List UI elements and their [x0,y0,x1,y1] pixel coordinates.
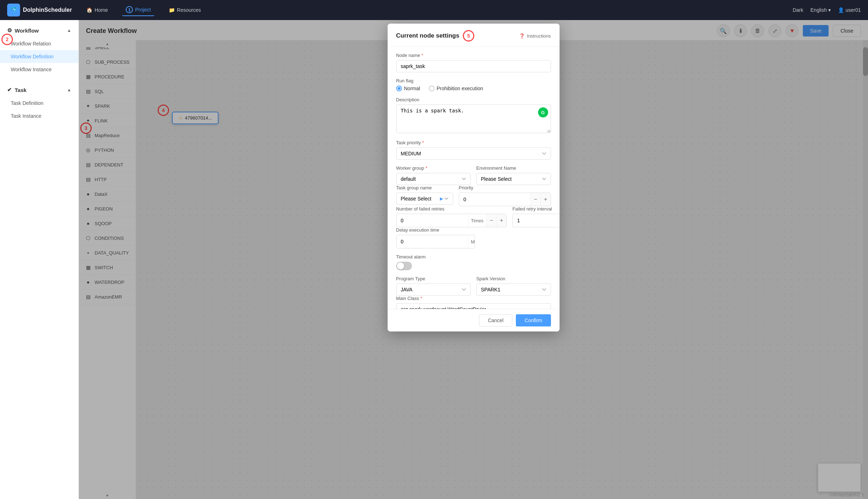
main-class-label: Main Class * [396,296,551,301]
run-flag-label: Run flag [396,78,551,83]
task-collapse-icon: ▲ [67,87,71,92]
priority-col: Priority − + [459,185,551,206]
priority-decrease-button[interactable]: − [531,193,541,206]
radio-prohibition-circle[interactable] [429,86,435,91]
retries-increase-button[interactable]: + [496,214,506,227]
retries-decrease-button[interactable]: − [486,214,496,227]
sidebar-workflow-section: ⚙ Workflow ▲ 2 Workflow Relation Workflo… [0,20,78,79]
nav-right-section: Dark English ▾ 👤 user01 [793,7,861,13]
annotation-circle-2: 2 [1,34,13,45]
task-priority-group: Task priority * MEDIUM [396,140,551,160]
top-navigation: 🐬 DolphinScheduler 🏠 Home 1 Project 📁 Re… [0,0,868,20]
sidebar-item-workflow-instance[interactable]: Workflow Instance [0,63,78,76]
sidebar-task-group[interactable]: ✔ Task ▲ [0,83,78,97]
modal-title: Current node settings [396,32,460,39]
failed-retries-value[interactable] [397,215,468,226]
sidebar-workflow-group[interactable]: ⚙ Workflow ▲ [0,24,78,37]
environment-name-col: Environment Name Please Select [476,165,551,185]
modal-footer: Cancel Confirm [388,309,560,331]
app-name: DolphinScheduler [23,7,72,13]
spark-version-select[interactable]: SPARK1 [476,284,551,296]
priority-value[interactable] [459,194,531,205]
run-flag-radio-group: Normal Prohibition execution [396,86,551,91]
node-name-input[interactable] [396,60,551,72]
user-menu[interactable]: 👤 user01 [838,7,861,13]
delay-execution-label: Delay execution time [396,227,551,233]
task-group-icon: ✔ [7,87,12,93]
environment-name-select[interactable]: Please Select [476,173,551,185]
radio-normal-circle[interactable] [396,86,402,91]
retry-interval-input: Minute − + [512,214,559,227]
delay-execution-unit: Minute [468,236,475,247]
task-group-name-select[interactable]: Please Select [396,193,453,205]
program-type-select[interactable]: JAVA [396,284,471,296]
logo-icon: 🐬 [7,4,20,16]
sidebar-item-workflow-definition[interactable]: Workflow Definition [0,50,78,63]
app-logo[interactable]: 🐬 DolphinScheduler [7,4,72,16]
cancel-button[interactable]: Cancel [479,314,513,326]
main-class-group: Main Class * [396,296,551,309]
timeout-alarm-group: Timeout alarm [396,254,551,270]
environment-name-label: Environment Name [476,165,551,171]
retry-interval-col: Failed retry interval Minute − + [512,206,559,227]
sidebar-item-task-definition[interactable]: Task Definition [0,97,78,110]
description-group: Description This is a spark task. G ⌟ [396,97,551,134]
task-group-name-label: Task group name [396,185,453,190]
task-priority-select[interactable]: MEDIUM [396,147,551,160]
sidebar-item-task-instance[interactable]: Task Instance [0,110,78,122]
description-avatar: G [538,107,548,117]
main-class-input[interactable] [396,303,551,309]
main-content: Create Workflow 🔍 ⬇ 🗑 ⤢ 🔻 Save Close ▲ 3… [79,20,868,499]
home-icon: 🏠 [86,7,92,13]
delay-execution-value[interactable] [397,236,468,247]
worker-group-select[interactable]: default [396,173,471,185]
resize-handle-icon[interactable]: ⌟ [546,125,549,133]
nav-home[interactable]: 🏠 Home [83,5,111,15]
delay-execution-group: Delay execution time Minute − + [396,227,551,248]
nav-project[interactable]: 1 Project [122,4,154,16]
priority-input: − + [459,193,551,206]
toggle-knob [397,262,404,270]
priority-label: Priority [459,185,551,190]
node-name-label: Node name * [396,53,551,58]
workflow-icon: ⚙ [7,27,12,34]
node-name-group: Node name * [396,53,551,72]
description-wrapper: This is a spark task. G ⌟ [396,105,551,134]
language-selector[interactable]: English ▾ [810,7,831,13]
resources-icon: 📁 [169,7,175,13]
task-group-priority-row: Task group name Please Select ▶ Priority [396,185,551,206]
task-priority-label: Task priority * [396,140,551,145]
modal-overlay: Current node settings 5 ❓ Instructions N… [79,20,868,499]
timeout-alarm-toggle[interactable] [396,262,412,270]
failed-retries-unit: Times [468,215,486,226]
spark-version-col: Spark Version SPARK1 [476,276,551,296]
worker-group-label: Worker group * [396,165,471,171]
run-flag-prohibition[interactable]: Prohibition execution [429,86,483,91]
help-icon: ❓ [519,33,525,39]
modal-header: Current node settings 5 ❓ Instructions [388,24,560,47]
failed-retries-input: Times − + [396,214,507,227]
sidebar-task-section: ✔ Task ▲ Task Definition Task Instance [0,79,78,126]
retry-interval-value[interactable] [513,215,559,226]
retry-interval-label: Failed retry interval [512,206,559,212]
annotation-circle-5: 5 [463,30,474,42]
instructions-button[interactable]: ❓ Instructions [519,33,551,39]
description-textarea[interactable]: This is a spark task. [396,105,551,133]
main-layout: ⚙ Workflow ▲ 2 Workflow Relation Workflo… [0,20,868,499]
worker-group-col: Worker group * default [396,165,471,185]
priority-increase-button[interactable]: + [541,193,551,206]
program-type-col: Program Type JAVA [396,276,471,296]
workflow-collapse-icon: ▲ [67,28,71,33]
nav-resources[interactable]: 📁 Resources [165,5,205,15]
user-icon: 👤 [838,7,844,13]
run-flag-normal[interactable]: Normal [396,86,420,91]
confirm-button[interactable]: Confirm [516,314,551,326]
sidebar: ⚙ Workflow ▲ 2 Workflow Relation Workflo… [0,20,79,499]
failed-retries-label: Number of failed retries [396,206,507,212]
retry-row: Number of failed retries Times − + Faile… [396,206,551,227]
theme-toggle[interactable]: Dark [793,7,804,13]
modal-body: Node name * Run flag Normal [388,47,560,309]
task-group-link-icon: ▶ [440,196,443,201]
node-settings-modal: Current node settings 5 ❓ Instructions N… [388,24,560,331]
description-label: Description [396,97,551,102]
